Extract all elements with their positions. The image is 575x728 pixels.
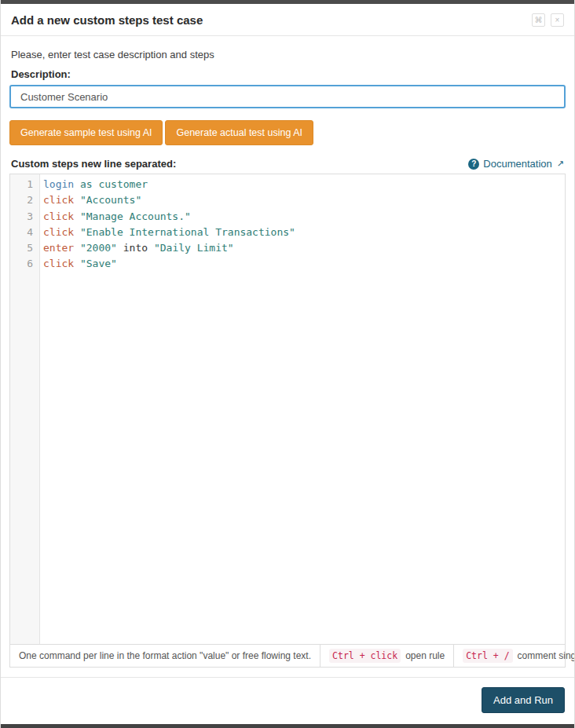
generate-sample-button[interactable]: Generate sample test using AI [9,120,163,145]
documentation-link-label: Documentation [483,158,551,170]
modal-body: Please, enter test case description and … [1,49,574,668]
line-number: 4 [10,225,40,240]
steps-row: Custom steps new line separated: ? Docum… [11,158,564,170]
line-number: 3 [10,209,40,225]
window-bottom-bar [1,724,574,728]
generate-actual-button[interactable]: Generate actual test using AI [165,120,313,145]
code-line[interactable]: 3click "Manage Accounts." [10,209,565,225]
hint-open-rule-text: open rule [405,650,445,661]
hint-comment: Ctrl + / comment single or multiple line… [453,645,575,667]
description-label: Description: [11,68,564,80]
code-line[interactable]: 6click "Save" [10,256,565,272]
custom-steps-label: Custom steps new line separated: [11,158,176,170]
code-line-text: click "Enable International Transactions… [40,225,295,240]
window-top-bar [1,0,574,4]
modal-header: Add a new custom steps test case ⌘ × [1,4,574,36]
code-line-text: login as customer [40,177,148,192]
code-line-text: click "Save" [40,256,117,272]
code-line-text: click "Manage Accounts." [40,209,191,225]
ctrl-click-chip: Ctrl + click [329,649,401,663]
code-line[interactable]: 4click "Enable International Transaction… [10,225,565,240]
documentation-link[interactable]: ? Documentation ↗ [468,158,564,170]
custom-steps-editor[interactable]: 1login as customer2click "Accounts"3clic… [9,174,566,645]
close-icon: × [555,16,560,24]
external-link-icon: ↗ [557,159,564,169]
code-editor-lines: 1login as customer2click "Accounts"3clic… [10,174,565,273]
close-button[interactable]: × [551,13,564,27]
hint-format: One command per line in the format actio… [10,645,320,667]
description-input[interactable] [9,85,566,108]
code-line[interactable]: 2click "Accounts" [10,192,565,208]
line-number: 1 [10,177,40,192]
hint-format-text: One command per line in the format actio… [19,650,311,661]
line-number: 5 [10,240,40,256]
hint-open-rule: Ctrl + click open rule [320,645,453,667]
editor-hint-bar: One command per line in the format actio… [9,645,566,668]
expand-button[interactable]: ⌘ [532,13,545,27]
code-line[interactable]: 5enter "2000" into "Daily Limit" [10,240,565,256]
header-controls: ⌘ × [532,13,564,27]
line-number: 2 [10,192,40,208]
expand-icon: ⌘ [535,16,543,24]
ctrl-slash-chip: Ctrl + / [463,649,512,663]
modal-title: Add a new custom steps test case [11,13,203,27]
modal-footer: Add and Run [1,678,574,713]
hint-comment-text: comment single or multiple lines [518,650,575,661]
intro-text: Please, enter test case description and … [11,49,564,60]
generate-buttons-row: Generate sample test using AI Generate a… [9,120,566,145]
code-line[interactable]: 1login as customer [10,177,565,192]
code-line-text: click "Accounts" [40,192,141,208]
code-line-text: enter "2000" into "Daily Limit" [40,240,234,256]
add-and-run-button[interactable]: Add and Run [482,687,565,713]
help-icon: ? [468,159,479,170]
line-number: 6 [10,256,40,272]
